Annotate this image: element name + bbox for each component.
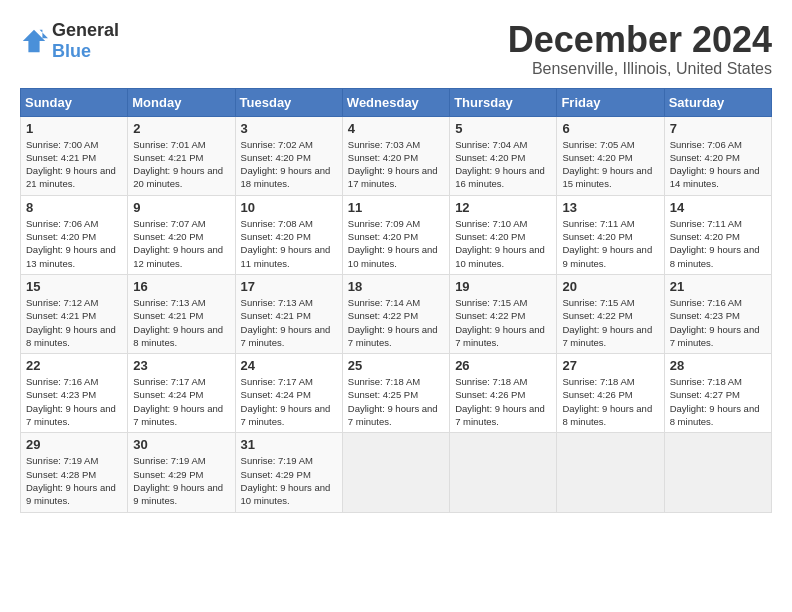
table-row: 5 Sunrise: 7:04 AMSunset: 4:20 PMDayligh… — [450, 116, 557, 195]
day-number: 12 — [455, 200, 551, 215]
day-number: 27 — [562, 358, 658, 373]
day-info: Sunrise: 7:18 AMSunset: 4:26 PMDaylight:… — [455, 375, 551, 428]
day-number: 22 — [26, 358, 122, 373]
table-row: 16 Sunrise: 7:13 AMSunset: 4:21 PMDaylig… — [128, 274, 235, 353]
col-thursday: Thursday — [450, 88, 557, 116]
day-info: Sunrise: 7:05 AMSunset: 4:20 PMDaylight:… — [562, 138, 658, 191]
table-row — [664, 433, 771, 512]
table-row: 20 Sunrise: 7:15 AMSunset: 4:22 PMDaylig… — [557, 274, 664, 353]
table-row: 17 Sunrise: 7:13 AMSunset: 4:21 PMDaylig… — [235, 274, 342, 353]
day-info: Sunrise: 7:17 AMSunset: 4:24 PMDaylight:… — [241, 375, 337, 428]
day-info: Sunrise: 7:12 AMSunset: 4:21 PMDaylight:… — [26, 296, 122, 349]
day-number: 2 — [133, 121, 229, 136]
day-number: 18 — [348, 279, 444, 294]
logo-wordmark: General Blue — [52, 20, 119, 62]
calendar-header-row: Sunday Monday Tuesday Wednesday Thursday… — [21, 88, 772, 116]
day-number: 9 — [133, 200, 229, 215]
title-section: December 2024 Bensenville, Illinois, Uni… — [508, 20, 772, 78]
day-info: Sunrise: 7:13 AMSunset: 4:21 PMDaylight:… — [133, 296, 229, 349]
day-number: 21 — [670, 279, 766, 294]
col-monday: Monday — [128, 88, 235, 116]
day-info: Sunrise: 7:15 AMSunset: 4:22 PMDaylight:… — [562, 296, 658, 349]
table-row: 19 Sunrise: 7:15 AMSunset: 4:22 PMDaylig… — [450, 274, 557, 353]
day-number: 30 — [133, 437, 229, 452]
table-row: 14 Sunrise: 7:11 AMSunset: 4:20 PMDaylig… — [664, 195, 771, 274]
table-row: 6 Sunrise: 7:05 AMSunset: 4:20 PMDayligh… — [557, 116, 664, 195]
table-row: 13 Sunrise: 7:11 AMSunset: 4:20 PMDaylig… — [557, 195, 664, 274]
table-row: 30 Sunrise: 7:19 AMSunset: 4:29 PMDaylig… — [128, 433, 235, 512]
day-info: Sunrise: 7:13 AMSunset: 4:21 PMDaylight:… — [241, 296, 337, 349]
day-number: 20 — [562, 279, 658, 294]
day-info: Sunrise: 7:06 AMSunset: 4:20 PMDaylight:… — [670, 138, 766, 191]
day-number: 31 — [241, 437, 337, 452]
day-info: Sunrise: 7:18 AMSunset: 4:27 PMDaylight:… — [670, 375, 766, 428]
table-row: 10 Sunrise: 7:08 AMSunset: 4:20 PMDaylig… — [235, 195, 342, 274]
day-info: Sunrise: 7:18 AMSunset: 4:25 PMDaylight:… — [348, 375, 444, 428]
day-number: 16 — [133, 279, 229, 294]
logo-blue: Blue — [52, 41, 91, 61]
day-info: Sunrise: 7:04 AMSunset: 4:20 PMDaylight:… — [455, 138, 551, 191]
day-info: Sunrise: 7:16 AMSunset: 4:23 PMDaylight:… — [670, 296, 766, 349]
day-info: Sunrise: 7:19 AMSunset: 4:29 PMDaylight:… — [133, 454, 229, 507]
day-info: Sunrise: 7:01 AMSunset: 4:21 PMDaylight:… — [133, 138, 229, 191]
table-row: 27 Sunrise: 7:18 AMSunset: 4:26 PMDaylig… — [557, 354, 664, 433]
day-info: Sunrise: 7:02 AMSunset: 4:20 PMDaylight:… — [241, 138, 337, 191]
day-number: 6 — [562, 121, 658, 136]
day-number: 14 — [670, 200, 766, 215]
day-number: 29 — [26, 437, 122, 452]
calendar-week-row: 8 Sunrise: 7:06 AMSunset: 4:20 PMDayligh… — [21, 195, 772, 274]
day-number: 13 — [562, 200, 658, 215]
table-row: 15 Sunrise: 7:12 AMSunset: 4:21 PMDaylig… — [21, 274, 128, 353]
table-row: 26 Sunrise: 7:18 AMSunset: 4:26 PMDaylig… — [450, 354, 557, 433]
col-tuesday: Tuesday — [235, 88, 342, 116]
table-row: 28 Sunrise: 7:18 AMSunset: 4:27 PMDaylig… — [664, 354, 771, 433]
day-number: 19 — [455, 279, 551, 294]
day-number: 5 — [455, 121, 551, 136]
calendar-week-row: 29 Sunrise: 7:19 AMSunset: 4:28 PMDaylig… — [21, 433, 772, 512]
day-number: 17 — [241, 279, 337, 294]
day-number: 23 — [133, 358, 229, 373]
day-number: 1 — [26, 121, 122, 136]
day-number: 11 — [348, 200, 444, 215]
day-info: Sunrise: 7:16 AMSunset: 4:23 PMDaylight:… — [26, 375, 122, 428]
page-subtitle: Bensenville, Illinois, United States — [508, 60, 772, 78]
calendar-week-row: 15 Sunrise: 7:12 AMSunset: 4:21 PMDaylig… — [21, 274, 772, 353]
day-info: Sunrise: 7:18 AMSunset: 4:26 PMDaylight:… — [562, 375, 658, 428]
day-info: Sunrise: 7:06 AMSunset: 4:20 PMDaylight:… — [26, 217, 122, 270]
table-row: 12 Sunrise: 7:10 AMSunset: 4:20 PMDaylig… — [450, 195, 557, 274]
table-row: 2 Sunrise: 7:01 AMSunset: 4:21 PMDayligh… — [128, 116, 235, 195]
col-friday: Friday — [557, 88, 664, 116]
table-row: 4 Sunrise: 7:03 AMSunset: 4:20 PMDayligh… — [342, 116, 449, 195]
day-number: 7 — [670, 121, 766, 136]
day-number: 28 — [670, 358, 766, 373]
day-info: Sunrise: 7:03 AMSunset: 4:20 PMDaylight:… — [348, 138, 444, 191]
day-info: Sunrise: 7:11 AMSunset: 4:20 PMDaylight:… — [562, 217, 658, 270]
table-row — [450, 433, 557, 512]
table-row: 25 Sunrise: 7:18 AMSunset: 4:25 PMDaylig… — [342, 354, 449, 433]
calendar-week-row: 22 Sunrise: 7:16 AMSunset: 4:23 PMDaylig… — [21, 354, 772, 433]
day-info: Sunrise: 7:00 AMSunset: 4:21 PMDaylight:… — [26, 138, 122, 191]
table-row: 9 Sunrise: 7:07 AMSunset: 4:20 PMDayligh… — [128, 195, 235, 274]
logo-icon — [20, 27, 48, 55]
day-info: Sunrise: 7:11 AMSunset: 4:20 PMDaylight:… — [670, 217, 766, 270]
page-title: December 2024 — [508, 20, 772, 60]
table-row: 11 Sunrise: 7:09 AMSunset: 4:20 PMDaylig… — [342, 195, 449, 274]
day-info: Sunrise: 7:15 AMSunset: 4:22 PMDaylight:… — [455, 296, 551, 349]
table-row: 23 Sunrise: 7:17 AMSunset: 4:24 PMDaylig… — [128, 354, 235, 433]
calendar-table: Sunday Monday Tuesday Wednesday Thursday… — [20, 88, 772, 513]
table-row: 8 Sunrise: 7:06 AMSunset: 4:20 PMDayligh… — [21, 195, 128, 274]
page-header: General Blue December 2024 Bensenville, … — [20, 20, 772, 78]
day-info: Sunrise: 7:09 AMSunset: 4:20 PMDaylight:… — [348, 217, 444, 270]
day-number: 25 — [348, 358, 444, 373]
day-info: Sunrise: 7:08 AMSunset: 4:20 PMDaylight:… — [241, 217, 337, 270]
table-row: 3 Sunrise: 7:02 AMSunset: 4:20 PMDayligh… — [235, 116, 342, 195]
day-number: 8 — [26, 200, 122, 215]
svg-marker-0 — [23, 30, 45, 52]
day-number: 3 — [241, 121, 337, 136]
day-info: Sunrise: 7:14 AMSunset: 4:22 PMDaylight:… — [348, 296, 444, 349]
day-number: 10 — [241, 200, 337, 215]
day-info: Sunrise: 7:10 AMSunset: 4:20 PMDaylight:… — [455, 217, 551, 270]
table-row: 1 Sunrise: 7:00 AMSunset: 4:21 PMDayligh… — [21, 116, 128, 195]
calendar-week-row: 1 Sunrise: 7:00 AMSunset: 4:21 PMDayligh… — [21, 116, 772, 195]
col-sunday: Sunday — [21, 88, 128, 116]
